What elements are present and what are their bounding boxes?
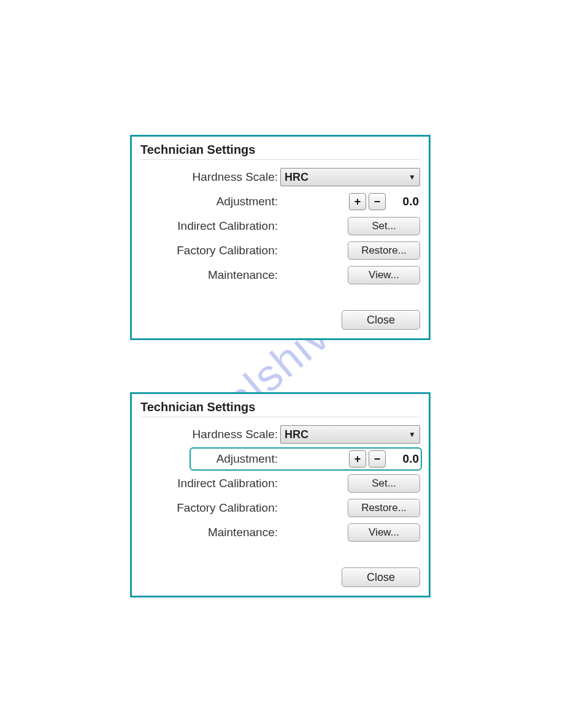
chevron-down-icon: ▼ bbox=[408, 173, 416, 181]
hardness-scale-label: Hardness Scale: bbox=[140, 428, 280, 441]
panel-title: Technician Settings bbox=[140, 400, 420, 417]
technician-settings-panel-2: Technician Settings Hardness Scale: HRC … bbox=[130, 392, 431, 597]
maintenance-label: Maintenance: bbox=[140, 526, 280, 539]
adjustment-plus-button[interactable]: + bbox=[349, 450, 366, 468]
adjustment-minus-button[interactable]: − bbox=[369, 450, 386, 468]
close-button[interactable]: Close bbox=[342, 310, 420, 330]
factory-calibration-restore-button[interactable]: Restore... bbox=[348, 241, 420, 260]
indirect-calibration-label: Indirect Calibration: bbox=[140, 477, 280, 490]
close-button[interactable]: Close bbox=[342, 567, 420, 587]
maintenance-view-button[interactable]: View... bbox=[348, 266, 420, 284]
factory-calibration-restore-button[interactable]: Restore... bbox=[348, 499, 420, 517]
chevron-down-icon: ▼ bbox=[408, 430, 416, 439]
indirect-calibration-set-button[interactable]: Set... bbox=[348, 217, 420, 235]
factory-calibration-label: Factory Calibration: bbox=[140, 501, 280, 515]
factory-calibration-label: Factory Calibration: bbox=[140, 244, 280, 257]
adjustment-label: Adjustment: bbox=[140, 452, 280, 466]
panel-title: Technician Settings bbox=[140, 143, 420, 160]
maintenance-row: Maintenance: View... bbox=[140, 520, 420, 545]
indirect-calibration-label: Indirect Calibration: bbox=[140, 219, 280, 233]
hardness-scale-dropdown[interactable]: HRC ▼ bbox=[280, 425, 420, 444]
maintenance-label: Maintenance: bbox=[140, 268, 280, 282]
maintenance-row: Maintenance: View... bbox=[140, 263, 420, 287]
factory-calibration-row: Factory Calibration: Restore... bbox=[140, 496, 420, 520]
adjustment-minus-button[interactable]: − bbox=[369, 193, 386, 210]
hardness-scale-value: HRC bbox=[285, 171, 308, 184]
adjustment-row: Adjustment: + − 0.0 bbox=[140, 447, 420, 471]
hardness-scale-value: HRC bbox=[285, 428, 308, 441]
adjustment-plus-button[interactable]: + bbox=[349, 193, 366, 210]
indirect-calibration-set-button[interactable]: Set... bbox=[348, 474, 420, 493]
hardness-scale-row: Hardness Scale: HRC ▼ bbox=[140, 165, 420, 189]
adjustment-row: Adjustment: + − 0.0 bbox=[140, 189, 420, 214]
hardness-scale-dropdown[interactable]: HRC ▼ bbox=[280, 168, 420, 186]
factory-calibration-row: Factory Calibration: Restore... bbox=[140, 238, 420, 263]
adjustment-value: 0.0 bbox=[388, 195, 420, 208]
hardness-scale-label: Hardness Scale: bbox=[140, 170, 280, 184]
adjustment-value: 0.0 bbox=[388, 452, 420, 466]
indirect-calibration-row: Indirect Calibration: Set... bbox=[140, 214, 420, 238]
hardness-scale-row: Hardness Scale: HRC ▼ bbox=[140, 422, 420, 447]
technician-settings-panel-1: Technician Settings Hardness Scale: HRC … bbox=[130, 135, 431, 340]
maintenance-view-button[interactable]: View... bbox=[348, 523, 420, 542]
indirect-calibration-row: Indirect Calibration: Set... bbox=[140, 471, 420, 496]
adjustment-label: Adjustment: bbox=[140, 195, 280, 208]
